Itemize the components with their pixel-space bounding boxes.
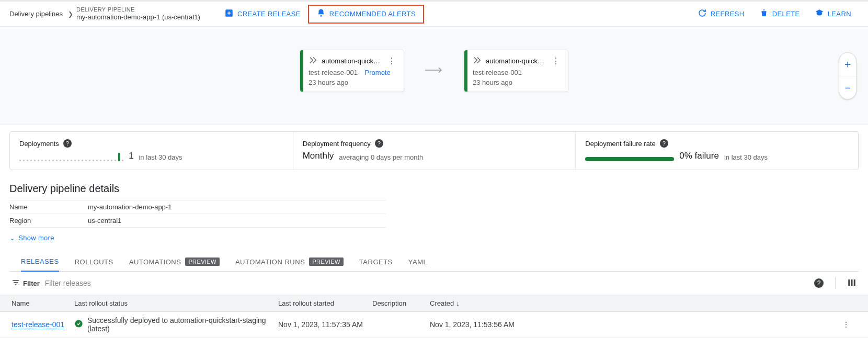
tab-targets[interactable]: Targets [359, 252, 393, 271]
bell-plus-icon [316, 8, 326, 19]
learn-label: Learn [828, 10, 851, 18]
release-started: Nov 1, 2023, 11:57:35 AM [278, 320, 372, 329]
metric-window: in last 30 days [139, 153, 182, 161]
show-more-button[interactable]: ⌄ Show more [9, 228, 859, 245]
recommended-alerts-button[interactable]: Recommended alerts [308, 5, 424, 24]
help-icon[interactable]: ? [63, 139, 72, 148]
release-created: Nov 1, 2023, 11:53:56 AM [430, 320, 524, 329]
detail-key: Region [9, 217, 88, 225]
detail-key: Name [9, 203, 88, 211]
tab-automations[interactable]: Automations Preview [129, 252, 220, 271]
promote-button[interactable]: Promote [365, 69, 391, 76]
stage-release: test-release-001 [473, 69, 522, 76]
metric-value: 1 [129, 151, 133, 161]
refresh-icon [698, 8, 707, 19]
show-more-label: Show more [18, 234, 54, 242]
release-link[interactable]: test-release-001 [12, 320, 64, 329]
svg-point-1 [320, 15, 322, 17]
filter-input[interactable] [45, 276, 814, 290]
filter-icon [12, 278, 20, 288]
preview-badge: Preview [309, 258, 344, 266]
recommended-alerts-label: Recommended alerts [329, 10, 416, 18]
release-status-text: Successfully deployed to automation-quic… [87, 316, 278, 333]
svg-point-5 [75, 320, 82, 327]
arrow-right-icon [425, 67, 443, 75]
sparkline [19, 151, 123, 161]
col-created-label: Created [430, 299, 454, 307]
row-menu-button[interactable]: ⋮ [836, 320, 856, 329]
zoom-control: ＋ － [839, 52, 856, 99]
stage-name: automation-quicks… [322, 57, 382, 65]
metric-title: Deployments [19, 140, 59, 148]
col-status[interactable]: Last rollout status [74, 299, 278, 307]
zoom-in-button[interactable]: ＋ [839, 53, 856, 76]
tab-label: Automations [129, 258, 181, 266]
help-icon[interactable]: ? [660, 139, 668, 148]
learn-button[interactable]: Learn [807, 5, 859, 24]
delete-button[interactable]: Delete [752, 5, 807, 24]
zoom-out-button[interactable]: － [839, 76, 856, 99]
pipeline-stage[interactable]: automation-quicks… ⋮ test-release-001 Pr… [300, 50, 404, 92]
stage-release: test-release-001 [309, 69, 358, 76]
stage-age: 23 hours ago [309, 79, 397, 86]
metric-sub: averaging 0 days per month [339, 153, 423, 161]
stage-name: automation-quicks… [486, 57, 546, 65]
col-description[interactable]: Description [372, 299, 430, 307]
failure-bar [585, 157, 674, 161]
details-table: Name my-automation-demo-app-1 Region us-… [9, 200, 386, 228]
tab-releases[interactable]: Releases [21, 252, 59, 272]
stage-age: 23 hours ago [473, 79, 562, 86]
pipeline-canvas[interactable]: automation-quicks… ⋮ test-release-001 Pr… [0, 27, 868, 125]
separator [835, 277, 836, 289]
columns-icon[interactable] [847, 278, 856, 289]
metrics-panel: Deployments ? 1 in last 30 days Deployme… [9, 131, 859, 170]
breadcrumb-current: DELIVERY PIPELINE my-automation-demo-app… [76, 6, 200, 21]
tab-rollouts[interactable]: Rollouts [75, 252, 113, 271]
tab-automation-runs[interactable]: Automation runs Preview [235, 252, 344, 271]
filter-label: Filter [23, 279, 40, 287]
check-circle-icon [74, 319, 83, 330]
metric-title: Deployment frequency [303, 140, 371, 148]
create-release-label: Create release [237, 10, 301, 18]
detail-value: us-central1 [88, 217, 121, 225]
metric-value: 0% failure [679, 151, 719, 161]
filter-bar: Filter ? [0, 272, 868, 295]
create-release-button[interactable]: Create release [217, 5, 308, 24]
stage-menu-button[interactable]: ⋮ [386, 56, 397, 66]
section-heading: Delivery pipeline details [9, 183, 859, 195]
release-status: Successfully deployed to automation-quic… [74, 316, 278, 333]
metric-failure-rate: Deployment failure rate ? 0% failure in … [575, 132, 858, 170]
help-icon[interactable]: ? [814, 278, 824, 288]
tab-bar: Releases Rollouts Automations Preview Au… [9, 252, 859, 272]
table-header: Name Last rollout status Last rollout st… [0, 295, 868, 312]
col-started[interactable]: Last rollout started [278, 299, 372, 307]
detail-value: my-automation-demo-app-1 [88, 203, 172, 211]
page-header: Delivery pipelines ❯ DELIVERY PIPELINE m… [0, 2, 868, 27]
chevron-right-icon: ❯ [68, 10, 73, 18]
fast-forward-icon [309, 55, 318, 66]
breadcrumb-root[interactable]: Delivery pipelines [9, 10, 63, 18]
tab-yaml[interactable]: YAML [408, 252, 427, 271]
plus-box-icon [224, 8, 234, 19]
metric-sub: in last 30 days [724, 153, 768, 161]
col-name[interactable]: Name [12, 299, 74, 307]
arrow-down-icon: ↓ [456, 299, 460, 307]
pipeline-stage[interactable]: automation-quicks… ⋮ test-release-001 23… [464, 50, 568, 92]
metric-value: Monthly [303, 151, 334, 161]
delete-label: Delete [772, 10, 800, 18]
preview-badge: Preview [185, 258, 220, 266]
chevron-down-icon: ⌄ [9, 234, 15, 242]
fast-forward-icon [473, 55, 482, 66]
filter-button[interactable]: Filter [12, 278, 40, 288]
svg-rect-2 [848, 279, 850, 286]
metric-title: Deployment failure rate [585, 140, 655, 148]
help-icon[interactable]: ? [375, 139, 383, 148]
stage-menu-button[interactable]: ⋮ [550, 56, 562, 66]
refresh-button[interactable]: Refresh [690, 5, 752, 24]
breadcrumb-label: DELIVERY PIPELINE [76, 6, 200, 13]
trash-icon [759, 8, 769, 19]
breadcrumb-name: my-automation-demo-app-1 (us-central1) [76, 13, 200, 21]
graduation-cap-icon [815, 8, 824, 19]
tab-label: Automation runs [235, 258, 305, 266]
col-created[interactable]: Created ↓ [430, 299, 524, 307]
